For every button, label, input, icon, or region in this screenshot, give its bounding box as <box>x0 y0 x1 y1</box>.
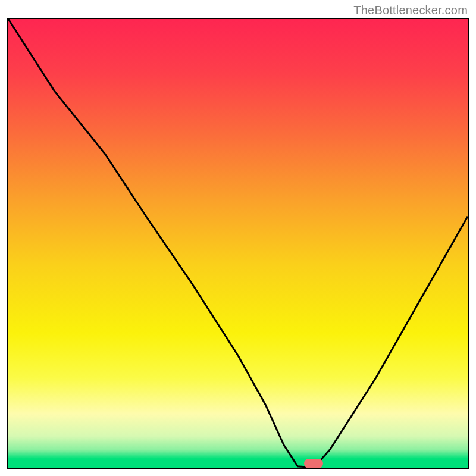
curve-svg <box>8 19 468 468</box>
plot-area <box>7 18 469 469</box>
optimal-marker <box>304 459 323 468</box>
source-attribution: TheBottlenecker.com <box>353 4 468 17</box>
bottleneck-chart: TheBottlenecker.com <box>0 0 476 476</box>
bottleneck-curve-path <box>8 19 468 468</box>
